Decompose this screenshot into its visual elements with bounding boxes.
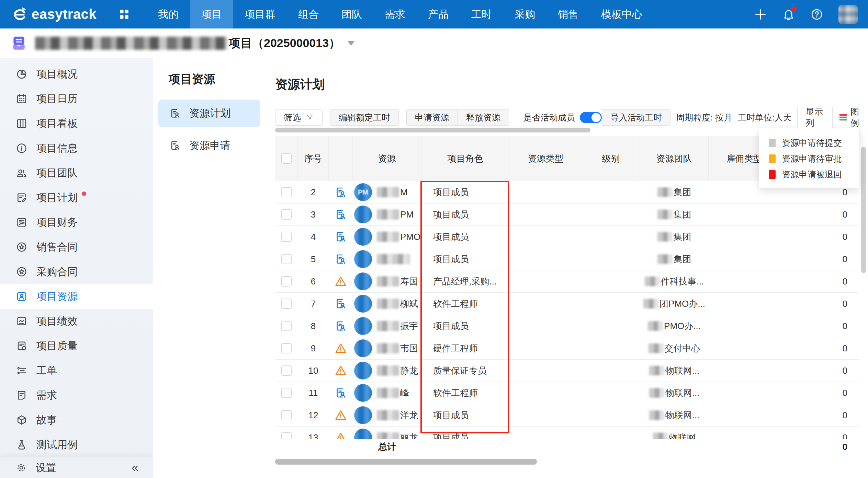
- select-all-checkbox[interactable]: [281, 153, 292, 164]
- sidebar-item-plan[interactable]: 项目计划: [0, 185, 153, 210]
- table-row[interactable]: 11 峰 软件工程师 物联网... 0: [275, 382, 859, 404]
- row-checkbox[interactable]: [281, 321, 292, 331]
- granularity-label[interactable]: 周期粒度: 按月: [676, 112, 732, 123]
- release-resource-button[interactable]: 释放资源: [458, 109, 509, 126]
- table-row[interactable]: 9 韦国 硬件工程师 交付中心 0: [275, 337, 859, 360]
- sidebar-item-label: 项目质量: [36, 339, 78, 353]
- row-checkbox[interactable]: [281, 410, 292, 420]
- table-row[interactable]: 5 项目成员 集团 0: [275, 248, 859, 270]
- row-checkbox[interactable]: [281, 343, 292, 353]
- toolbar: 筛选 编辑额定工时 申请资源 释放资源 是否活动成员 导入活动工时 周期粒度: …: [275, 109, 859, 126]
- edit-rated-hours-button[interactable]: 编辑额定工时: [330, 109, 399, 126]
- resource-cell[interactable]: 丽龙: [353, 429, 421, 439]
- resource-cell[interactable]: 静龙: [353, 362, 421, 380]
- resource-cell[interactable]: 洋龙: [353, 406, 421, 424]
- legend-button[interactable]: 图例: [838, 106, 859, 129]
- sidebar-item-work-order[interactable]: 工单: [0, 358, 153, 383]
- nav-item-project[interactable]: 项目: [190, 0, 233, 28]
- resource-cell[interactable]: PM: [353, 206, 421, 223]
- resource-cell[interactable]: PM M: [353, 183, 421, 201]
- row-checkbox[interactable]: [281, 299, 292, 309]
- filter-button[interactable]: 筛选: [275, 109, 323, 126]
- table-row[interactable]: 13 丽龙 项目成员 物联网 0: [275, 427, 859, 439]
- row-value: 0: [780, 432, 859, 439]
- sidebar-item-info[interactable]: 项目信息: [0, 136, 153, 161]
- easytrack-logo[interactable]: easytrack: [10, 5, 97, 23]
- project-switch-caret-icon[interactable]: [347, 41, 355, 46]
- secondary-item-resource-plan[interactable]: 资源计划: [158, 100, 260, 127]
- scrollbar-thumb[interactable]: [275, 128, 590, 132]
- sidebar-item-calendar[interactable]: 项目日历: [0, 86, 153, 111]
- create-plus-icon[interactable]: [754, 8, 767, 21]
- secondary-item-resource-request[interactable]: 资源申请: [158, 132, 260, 159]
- table-body: 2 PM M 项目成员 集团 0 3 PM: [275, 181, 859, 439]
- row-seq: 10: [298, 365, 329, 376]
- nav-item-hours[interactable]: 工时: [460, 0, 503, 28]
- request-resource-button[interactable]: 申请资源: [406, 109, 458, 126]
- collapse-sidebar-icon[interactable]: «: [132, 462, 138, 474]
- sidebar-item-performance[interactable]: 项目绩效: [0, 309, 153, 334]
- row-checkbox[interactable]: [281, 209, 292, 220]
- avatar: [354, 406, 372, 424]
- nav-item-requirement[interactable]: 需求: [373, 0, 417, 28]
- resource-cell[interactable]: 寿国: [353, 272, 421, 290]
- sidebar-item-team[interactable]: 项目团队: [0, 161, 153, 185]
- sidebar-item-settings[interactable]: 设置 «: [0, 457, 153, 478]
- nav-item-sales[interactable]: 销售: [546, 0, 590, 28]
- row-checkbox[interactable]: [281, 365, 292, 376]
- sidebar-item-quality[interactable]: 项目质量: [0, 334, 153, 358]
- row-checkbox[interactable]: [281, 232, 292, 242]
- sidebar-item-overview[interactable]: 项目概况: [0, 62, 153, 86]
- funnel-icon: [306, 113, 314, 121]
- sidebar-item-finance[interactable]: 项目财务: [0, 210, 153, 235]
- resource-cell[interactable]: PMO: [353, 228, 421, 246]
- notification-bell-icon[interactable]: [782, 8, 795, 21]
- nav-item-procurement[interactable]: 采购: [503, 0, 546, 28]
- table-vertical-scrollbar[interactable]: [861, 147, 866, 273]
- nav-item-team[interactable]: 团队: [330, 0, 373, 28]
- sidebar-item-kanban[interactable]: 项目看板: [0, 111, 153, 136]
- table-row[interactable]: 4 PMO 项目成员 集团 0: [275, 226, 859, 248]
- resource-cell[interactable]: 韦国: [353, 339, 421, 357]
- row-checkbox[interactable]: [281, 388, 292, 398]
- show-columns-button[interactable]: 显示列: [797, 107, 833, 128]
- nav-item-product[interactable]: 产品: [417, 0, 460, 28]
- row-value: 0: [780, 321, 859, 331]
- help-question-icon[interactable]: [810, 8, 823, 21]
- sidebar-item-purchase-contract[interactable]: 采购合同: [0, 259, 153, 284]
- table-row[interactable]: 12 洋龙 项目成员 物联网... 0: [275, 404, 859, 427]
- resource-cell[interactable]: 柳斌: [353, 295, 421, 313]
- nav-item-my[interactable]: 我的: [147, 0, 190, 28]
- scrollbar-thumb[interactable]: [275, 459, 537, 465]
- user-avatar[interactable]: [838, 5, 858, 24]
- row-checkbox[interactable]: [281, 254, 292, 264]
- story-icon: [16, 414, 27, 426]
- app-grid-icon[interactable]: [118, 8, 130, 21]
- nav-item-portfolio[interactable]: 组合: [287, 0, 330, 28]
- import-activity-hours-button[interactable]: 导入活动工时: [602, 109, 670, 126]
- active-member-toggle[interactable]: [580, 112, 602, 123]
- table-row[interactable]: 6 寿国 产品经理,采购... 件科技事... 0: [275, 270, 859, 293]
- nav-item-program[interactable]: 项目群: [233, 0, 287, 28]
- plan-icon: [16, 192, 27, 203]
- easytrack-logo-icon: [10, 5, 28, 23]
- hour-unit-label[interactable]: 工时单位:人天: [738, 112, 792, 123]
- resource-cell[interactable]: 峰: [353, 384, 421, 402]
- sidebar-item-requirement[interactable]: 需求: [0, 383, 153, 408]
- sidebar-item-sales-contract[interactable]: 销售合同: [0, 235, 153, 259]
- resource-cell[interactable]: 振宇: [353, 317, 421, 335]
- table-row[interactable]: 3 PM 项目成员 集团 0: [275, 203, 859, 226]
- table-row[interactable]: 8 振宇 项目成员 PMO办... 0: [275, 315, 859, 337]
- resource-cell[interactable]: [353, 250, 421, 268]
- row-checkbox[interactable]: [281, 187, 292, 197]
- sidebar-item-label: 销售合同: [36, 240, 78, 254]
- sidebar-item-resources[interactable]: 项目资源: [0, 284, 153, 309]
- nav-item-template-center[interactable]: 模板中心: [590, 0, 654, 28]
- sidebar-item-story[interactable]: 故事: [0, 408, 153, 432]
- table-row[interactable]: 7 柳斌 软件工程师 团PMO办... 0: [275, 293, 859, 315]
- sidebar-item-test-case[interactable]: 测试用例: [0, 432, 153, 457]
- redacted-team: [649, 366, 664, 375]
- row-checkbox[interactable]: [281, 276, 292, 287]
- row-checkbox[interactable]: [281, 432, 292, 439]
- table-row[interactable]: 10 静龙 质量保证专员 物联网... 0: [275, 360, 859, 382]
